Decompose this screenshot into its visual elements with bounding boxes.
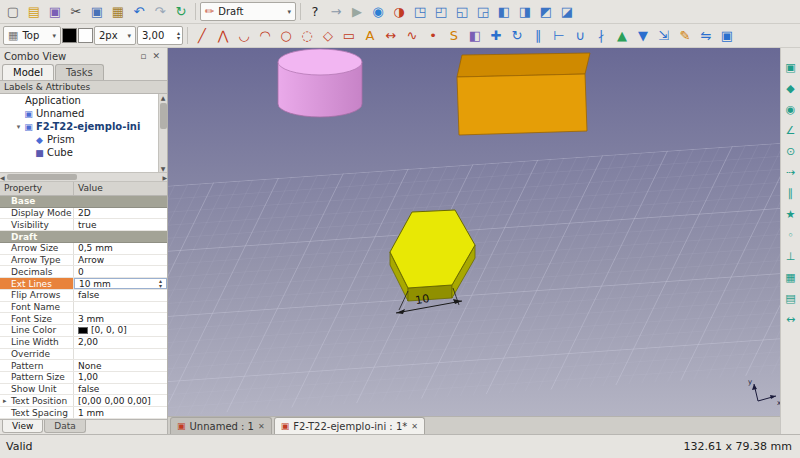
property-value[interactable]: 0 ▴▾ xyxy=(74,266,167,277)
property-value[interactable]: false ▴▾ xyxy=(74,384,167,395)
view-axonometric-button[interactable]: ◪ xyxy=(557,2,577,22)
draft-join-button[interactable]: ∪ xyxy=(570,26,590,46)
property-row[interactable]: Override ▴▾ xyxy=(0,349,167,361)
property-row[interactable]: Base ▴▾ xyxy=(0,196,167,208)
property-row[interactable]: Font Name ▴▾ xyxy=(0,302,167,314)
doc-tab-unnamed[interactable]: ▣ Unnamed : 1 ✕ xyxy=(170,417,272,434)
cylinder-object[interactable] xyxy=(278,49,362,117)
property-row[interactable]: Text Spacing 1 mm ▴▾ xyxy=(0,407,167,419)
draft-rectangle-button[interactable]: ▭ xyxy=(339,26,359,46)
property-row[interactable]: Arrow Type Arrow ▴▾ xyxy=(0,255,167,267)
property-row[interactable]: Font Size 3 mm ▴▾ xyxy=(0,313,167,325)
property-value[interactable]: 3 mm ▴▾ xyxy=(74,313,167,324)
snap-near-button[interactable]: ◦ xyxy=(782,226,800,244)
view-front-button[interactable]: ◰ xyxy=(431,2,451,22)
draft-clone-button[interactable]: ▣ xyxy=(717,26,737,46)
draft-scale-button[interactable]: ⇲ xyxy=(654,26,674,46)
draft-offset-button[interactable]: ∥ xyxy=(528,26,548,46)
property-value[interactable]: [0, 0, 0] ▴▾ xyxy=(74,325,167,336)
draft-fillet-button[interactable]: ◡ xyxy=(234,26,254,46)
line-width-selector[interactable]: 2px ▾ xyxy=(94,26,136,45)
property-value[interactable]: 10 mm ▴▾ xyxy=(74,278,167,289)
property-row[interactable]: Show Unit false ▴▾ xyxy=(0,384,167,396)
draft-trimex-button[interactable]: ⊢ xyxy=(549,26,569,46)
close-panel-icon[interactable]: ✕ xyxy=(149,51,163,61)
property-value[interactable]: 2,00 ▴▾ xyxy=(74,337,167,348)
cut-button[interactable]: ✂ xyxy=(66,2,86,22)
view-rear-button[interactable]: ◧ xyxy=(494,2,514,22)
property-row[interactable]: Line Color [0, 0, 0] ▴▾ xyxy=(0,325,167,337)
view-left-button[interactable]: ◩ xyxy=(536,2,556,22)
undo-button[interactable]: ↶ xyxy=(129,2,149,22)
draft-split-button[interactable]: ∤ xyxy=(591,26,611,46)
property-row[interactable]: Arrow Size 0,5 mm ▴▾ xyxy=(0,243,167,255)
property-row[interactable]: Line Width 2,00 ▴▾ xyxy=(0,337,167,349)
snap-grid-button[interactable]: ▦ xyxy=(782,268,800,286)
scroll-up-icon[interactable]: ▲ xyxy=(161,94,166,101)
view-bottom-button[interactable]: ◨ xyxy=(515,2,535,22)
snap-dimensions-button[interactable]: ↔ xyxy=(782,310,800,328)
close-tab-icon[interactable]: ✕ xyxy=(411,422,418,431)
draft-ellipse-button[interactable]: ◌ xyxy=(297,26,317,46)
draft-rotate-button[interactable]: ↻ xyxy=(507,26,527,46)
close-tab-icon[interactable]: ✕ xyxy=(258,422,265,431)
property-row[interactable]: Flip Arrows false ▴▾ xyxy=(0,290,167,302)
view-draw-style-button[interactable]: ◑ xyxy=(389,2,409,22)
snap-midpoint-button[interactable]: ◉ xyxy=(782,100,800,118)
cube-object[interactable] xyxy=(457,53,590,135)
property-value[interactable]: 1 mm ▴▾ xyxy=(74,407,167,418)
snap-center-button[interactable]: ⊙ xyxy=(782,142,800,160)
draft-shapestring-button[interactable]: S xyxy=(444,26,464,46)
draft-mirror-button[interactable]: ⇋ xyxy=(696,26,716,46)
refresh-button[interactable]: ↻ xyxy=(171,2,191,22)
macro-play-button[interactable]: ▶ xyxy=(347,2,367,22)
draft-arc-button[interactable]: ◠ xyxy=(255,26,275,46)
draft-edit-button[interactable]: ✎ xyxy=(675,26,695,46)
snap-parallel-button[interactable]: ∥ xyxy=(782,184,800,202)
snap-extension-button[interactable]: ⇢ xyxy=(782,163,800,181)
tab-view[interactable]: View xyxy=(2,420,43,433)
property-value[interactable]: ▴▾ xyxy=(74,302,167,313)
tree-expander-icon[interactable]: ▾ xyxy=(14,123,23,131)
scroll-left-icon[interactable]: ◀ xyxy=(0,174,5,181)
view-fit-all-button[interactable]: ◉ xyxy=(368,2,388,22)
view-right-button[interactable]: ◲ xyxy=(473,2,493,22)
scroll-down-icon[interactable]: ▼ xyxy=(161,165,166,172)
3d-viewport[interactable]: 10 x y xyxy=(168,48,780,416)
property-row[interactable]: Pattern Size 1,00 ▴▾ xyxy=(0,372,167,384)
text-size-spinbox[interactable]: 3,00 ▴▾ xyxy=(137,26,183,45)
snap-angle-button[interactable]: ∠ xyxy=(782,121,800,139)
tree-horizontal-scrollbar[interactable]: ◀ ▶ xyxy=(0,172,167,182)
scroll-right-icon[interactable]: ▶ xyxy=(162,174,167,181)
property-row[interactable]: ▸ Text Position [0,00 0,00 0,00] ▴▾ xyxy=(0,395,167,407)
new-document-button[interactable]: ▢ xyxy=(3,2,23,22)
property-value[interactable]: true ▴▾ xyxy=(74,219,167,230)
property-row[interactable]: Pattern None ▴▾ xyxy=(0,360,167,372)
property-value[interactable]: ▴▾ xyxy=(74,231,167,242)
save-document-button[interactable]: ▣ xyxy=(45,2,65,22)
tab-model[interactable]: Model xyxy=(2,64,54,80)
snap-ortho-button[interactable]: ⊥ xyxy=(782,247,800,265)
tree-item-prism[interactable]: ◆ Prism xyxy=(0,133,167,146)
tree-item-cube[interactable]: ■ Cube xyxy=(0,146,167,159)
property-row[interactable]: Ext Lines 10 mm ▴▾ xyxy=(0,278,167,290)
property-value[interactable]: [0,00 0,00 0,00] ▴▾ xyxy=(74,395,167,406)
spinner-arrows-icon[interactable]: ▴▾ xyxy=(175,31,182,41)
draft-point-button[interactable]: • xyxy=(423,26,443,46)
property-value[interactable]: ▴▾ xyxy=(74,349,167,360)
float-panel-icon[interactable]: ▫ xyxy=(137,51,149,61)
property-row[interactable]: Decimals 0 ▴▾ xyxy=(0,266,167,278)
link-select-button[interactable]: → xyxy=(326,2,346,22)
line-color-swatch[interactable] xyxy=(62,28,77,43)
draft-line-button[interactable]: ╱ xyxy=(192,26,212,46)
property-value[interactable]: 2D ▴▾ xyxy=(74,208,167,219)
snap-working-plane-button[interactable]: ▤ xyxy=(782,289,800,307)
property-value[interactable]: 1,00 ▴▾ xyxy=(74,372,167,383)
tree-item-application[interactable]: Application xyxy=(0,94,167,107)
doc-tab-ejemplo[interactable]: ▣ F2-T22-ejemplo-ini : 1* ✕ xyxy=(274,417,425,434)
tree-item-document[interactable]: ▾ ▣ F2-T22-ejemplo-ini xyxy=(0,120,167,133)
property-value[interactable]: 0,5 mm ▴▾ xyxy=(74,243,167,254)
redo-button[interactable]: ↷ xyxy=(150,2,170,22)
draft-downgrade-button[interactable]: ▼ xyxy=(633,26,653,46)
property-value[interactable]: None ▴▾ xyxy=(74,360,167,371)
